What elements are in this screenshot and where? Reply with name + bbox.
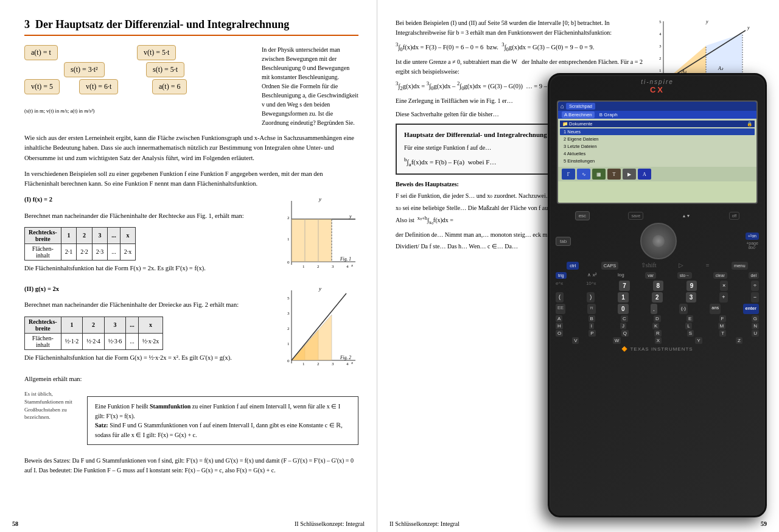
svg-text:1: 1 [287, 341, 290, 346]
body-para-1: Wie sich aus der ersten Lerneinheit ergi… [24, 133, 358, 163]
right-col-text2: Die weiteren Schritte lassen sich auf ei… [657, 132, 767, 150]
page-footer-left: 58 II Schlüsselkonzept: Integral [0, 520, 377, 527]
footer-text-right: II Schlüsselkonzept: Integral [390, 520, 459, 527]
svg-text:0: 0 [287, 359, 290, 363]
example1-text: Berechnet man nacheinander die Flächenin… [24, 211, 281, 221]
example2-text: Berechnet man nacheinander die Flächenin… [24, 300, 281, 310]
page-right: Bei beiden Beispielen (I) und (II) auf S… [377, 0, 779, 532]
theorem-box: Hauptsatz der Differenzial- und Integral… [396, 124, 651, 175]
concept-box-st2: s(t) = 5·t [146, 62, 184, 77]
svg-marker-51 [706, 33, 742, 82]
svg-text:4: 4 [346, 362, 349, 366]
svg-text:0: 0 [659, 194, 662, 198]
svg-text:Fig. 1: Fig. 1 [340, 256, 351, 262]
svg-text:1: 1 [659, 68, 662, 73]
svg-text:y: y [318, 196, 321, 202]
example2-result: Die Flächeninhaltsfunktion hat die Form … [24, 353, 281, 363]
example2-title: (II) g(x) = 2x [24, 284, 281, 294]
svg-text:2: 2 [317, 264, 320, 269]
concept-box-vt3: v(t) = 6·t [79, 79, 118, 94]
svg-text:2: 2 [659, 56, 662, 61]
proof-title: Beweis des Hauptsatzes: [396, 180, 651, 189]
svg-text:3: 3 [332, 264, 334, 269]
svg-text:Fig. 1: Fig. 1 [751, 80, 761, 85]
concept-box-at: a(t) = t [24, 45, 58, 60]
right-col-falls: Falls f auf einem Intervall monoton fall… [657, 205, 767, 231]
concept-box-vt1: v(t) = 5·t [137, 45, 176, 60]
right-text2: Ist die untere Grenze a ≠ 0, subtrahiert… [396, 57, 651, 76]
svg-rect-62 [663, 171, 682, 195]
example1-table: Rechtecks-breite 123...x Flächen-inhalt … [24, 227, 136, 261]
svg-text:4: 4 [346, 264, 349, 269]
concept-box-st1: s(t) = 3·t² [64, 62, 105, 77]
right-col-const: …eine Konstante [657, 233, 767, 242]
svg-text:y: y [318, 285, 321, 292]
svg-text:2: 2 [317, 362, 320, 366]
proof-p2: x₀ sei eine beliebige Stelle… Die Maßzah… [396, 203, 651, 213]
svg-text:x: x [351, 263, 354, 268]
svg-text:1: 1 [302, 362, 305, 366]
concept-box-at2: a(t) = 6 [152, 79, 187, 94]
svg-text:2: 2 [287, 215, 290, 220]
right-col-schreibweise: Schreibweise: [657, 274, 767, 282]
svg-text:0: 0 [659, 80, 662, 85]
svg-text:2: 2 [287, 326, 290, 331]
right-formula2: 3∫2g(x)dx = 3∫0g(x)dx – 2∫0g(x)dx = (G(3… [396, 80, 651, 93]
chapter-header: 3 Der Hauptsatz der Differenzial- und In… [24, 18, 358, 36]
svg-text:y: y [349, 214, 352, 219]
example1-title: (I) f(x) = 2 [24, 195, 281, 205]
theorem-title: Hauptsatz der Differenzial- und Integral… [404, 130, 643, 140]
right-formula1: 3∫0f(x)dx = F(3) – F(0) = 6 – 0 = 6 bzw.… [396, 41, 651, 54]
concept-box-vt2: v(t) = 5 [24, 79, 60, 94]
graph2-container: y 0 1 2 3 5 1 2 3 4 x [285, 284, 358, 369]
page-number-right: 59 [761, 520, 767, 527]
svg-text:5: 5 [659, 19, 662, 24]
svg-rect-14 [318, 219, 332, 262]
highlight-box: Eine Funktion F heißt Stammfunktion zu e… [87, 396, 358, 445]
right-col-conclusion: …m', damit F'(x) = f(x). …wird zunächst … [657, 245, 767, 271]
page-left: 3 Der Hauptsatz der Differenzial- und In… [0, 0, 377, 532]
svg-text:y: y [747, 25, 750, 30]
svg-rect-64 [700, 156, 718, 195]
right-text4: Diese Sachverhalte gelten für die bisher… [396, 110, 651, 119]
page-footer-right: II Schlüsselkonzept: Integral 59 [377, 520, 779, 527]
svg-text:y: y [705, 19, 708, 24]
proof-text: Beweis des Satzes: Da F und G Stammfunkt… [24, 456, 358, 475]
right-text3: Eine Zerlegung in Teilflächen wie in Fig… [396, 96, 651, 106]
svg-text:3: 3 [706, 83, 708, 88]
svg-text:Fig. 2: Fig. 2 [748, 190, 760, 195]
also-ist: Also ist x₀+h∫x₀f(x)dx = [396, 215, 651, 227]
svg-text:3: 3 [287, 311, 290, 316]
svg-text:Fig. 2: Fig. 2 [340, 355, 351, 360]
svg-text:2: 2 [688, 83, 690, 88]
svg-text:1: 1 [302, 264, 305, 269]
svg-text:5: 5 [287, 296, 290, 301]
right-intro: Bei beiden Beispielen (I) und (II) auf S… [396, 18, 651, 37]
right-column: y 0 1 2 3 4 5 1 2 3 x A₁ [657, 18, 767, 283]
svg-text:3: 3 [659, 44, 662, 49]
svg-text:0: 0 [287, 260, 290, 265]
graph1-container: y 0 1 2 1 2 3 4 x [285, 195, 358, 279]
proof-p1: F sei die Funktion, die jeder S… und x₀ … [396, 191, 651, 201]
svg-rect-12 [292, 219, 305, 262]
svg-rect-63 [682, 162, 700, 195]
svg-text:A₂: A₂ [718, 66, 724, 71]
proof-p4: Dividiert/ Da f ste… Das h… Wen… c ∈… Da… [396, 242, 651, 251]
sidebar-note: Es ist üblich, Stammfunktionen mit Großb… [24, 390, 82, 451]
svg-text:x: x [351, 360, 354, 365]
side-instruction: In der Physik unterscheidet man zwischen… [262, 45, 358, 127]
example2-table: Rechtecks-breite 123...x Flächen-inhalt … [24, 317, 163, 350]
chapter-title: Der Hauptsatz der Differenzial- und Inte… [35, 18, 289, 30]
svg-text:4: 4 [659, 32, 662, 37]
proof-p3: der Definition de… Nimmt man an,… monoto… [396, 230, 651, 240]
general-text: Allgemein erhält man: [24, 374, 358, 384]
body-para-2: In verschiedenen Beispielen soll zu eine… [24, 169, 358, 189]
example1-result: Die Flächeninhaltsfunktion hat die Form … [24, 264, 281, 273]
svg-text:3: 3 [332, 362, 334, 366]
svg-text:1: 1 [669, 83, 672, 88]
svg-text:1: 1 [287, 237, 290, 242]
footer-text-left: II Schlüsselkonzept: Integral [295, 520, 365, 527]
units-caption: (s(t) in m; v(t) in m/s; a(t) in m/s²) [24, 108, 94, 114]
chapter-number: 3 [24, 18, 30, 30]
right-col-text1: …ch ausgedrückt …le Funktion f ste- …ein… [657, 94, 767, 129]
